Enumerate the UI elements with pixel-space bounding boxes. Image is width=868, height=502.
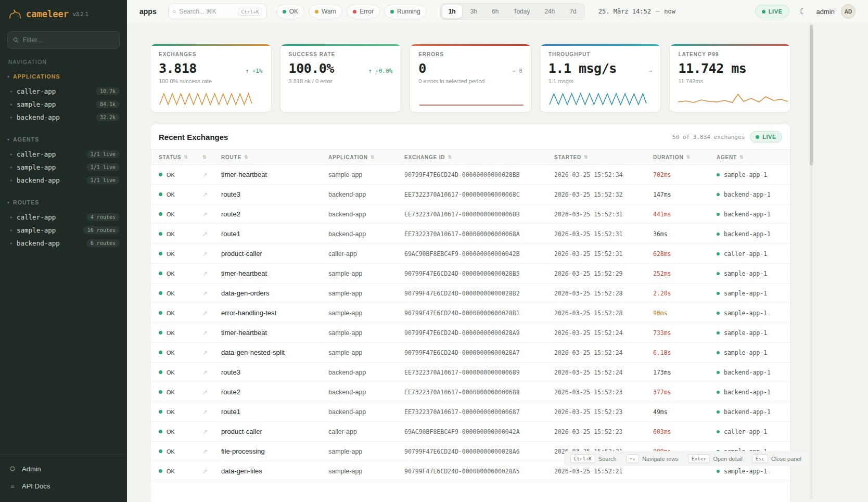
open-exchange-icon[interactable] <box>202 310 221 317</box>
status-filter-chip[interactable]: Error <box>347 5 380 18</box>
search-icon <box>173 9 176 15</box>
avatar[interactable]: AD <box>841 4 856 19</box>
scrollbar-thumb[interactable] <box>810 25 813 165</box>
status-filter-chip[interactable]: Running <box>384 5 427 18</box>
sidebar-item-badge: 4 routes <box>86 213 120 221</box>
application-cell: sample-app <box>328 171 404 178</box>
sidebar-item-route[interactable]: ▸ caller-app 4 routes <box>0 211 127 224</box>
open-exchange-icon[interactable] <box>202 290 221 297</box>
sidebar-item-agent[interactable]: ▸ caller-app 1/1 live <box>0 148 127 161</box>
open-exchange-icon[interactable] <box>202 211 221 218</box>
open-exchange-icon[interactable] <box>202 349 221 356</box>
footer-item-label: API Docs <box>22 482 50 490</box>
exchange-id-cell: 90799F47E6CD24D-00000000000028A7 <box>404 349 554 356</box>
table-row[interactable]: OK route2 backend-app EE7322370A10617-00… <box>150 204 790 224</box>
sort-icon[interactable]: ⇅ <box>584 155 588 160</box>
column-header-agent[interactable]: AGENT ⇅ <box>717 155 790 160</box>
sort-icon[interactable]: ⇅ <box>184 155 188 160</box>
sidebar-item-application[interactable]: ▸ caller-app 10.7k <box>0 85 127 98</box>
open-exchange-icon[interactable] <box>202 270 221 277</box>
started-cell: 2026-03-25 15:52:24 <box>554 349 653 356</box>
open-exchange-icon[interactable] <box>202 408 221 416</box>
sort-icon[interactable]: ⇅ <box>371 155 375 160</box>
section-label: ROUTES <box>13 199 39 205</box>
open-exchange-icon[interactable] <box>202 329 221 337</box>
sort-icon[interactable]: ⇅ <box>686 155 690 160</box>
table-row[interactable]: OK timer-heartbeat sample-app 90799F47E6… <box>150 165 790 185</box>
open-exchange-icon[interactable] <box>202 171 221 178</box>
time-range-button[interactable]: Today <box>506 5 537 18</box>
kbd-key: ↑↓ <box>626 454 639 463</box>
column-header-link[interactable]: ⇅ <box>202 155 221 160</box>
table-row[interactable]: OK error-handling-test sample-app 90799F… <box>150 303 790 323</box>
card-subtext: 0 errors in selected period <box>418 78 522 84</box>
table-row[interactable]: OK route3 backend-app EE7322370A10617-00… <box>150 185 790 204</box>
sort-icon[interactable]: ⇅ <box>739 155 744 160</box>
sort-icon[interactable]: ⇅ <box>202 155 207 160</box>
time-range-button[interactable]: 7d <box>563 5 583 18</box>
global-search-input[interactable] <box>180 8 235 15</box>
agent-status-dot <box>717 213 720 216</box>
sort-icon[interactable]: ⇅ <box>448 155 452 160</box>
agent-cell: backend-app-1 <box>717 230 790 238</box>
duration-cell: 90ms <box>653 310 717 317</box>
time-range-button[interactable]: 6h <box>485 5 505 18</box>
status-cell: OK <box>159 251 202 257</box>
table-row[interactable]: OK timer-heartbeat sample-app 90799F47E6… <box>150 323 790 343</box>
open-exchange-icon[interactable] <box>202 389 221 396</box>
section-head-agents[interactable]: ▾ AGENTS <box>0 136 127 143</box>
open-exchange-icon[interactable] <box>202 428 221 435</box>
time-range-button[interactable]: 1h <box>442 5 463 18</box>
duration-cell: 702ms <box>653 171 717 178</box>
sort-icon[interactable]: ⇅ <box>244 155 248 160</box>
agent-status-dot <box>717 331 720 334</box>
time-range-button[interactable]: 3h <box>464 5 484 18</box>
ok-status-dot <box>159 449 162 453</box>
table-row[interactable]: OK route1 backend-app EE7322370A10617-00… <box>150 224 790 244</box>
exchange-id-cell: EE7322370A10617-000000000000068B <box>404 211 554 218</box>
table-row[interactable]: OK data-gen-orders sample-app 90799F47E6… <box>150 284 790 303</box>
table-row[interactable]: OK product-caller caller-app 69AC90BF8EB… <box>150 422 790 442</box>
column-header-status[interactable]: STATUS ⇅ <box>159 155 202 160</box>
open-exchange-icon[interactable] <box>202 468 221 475</box>
panel-head: Recent Exchanges 50 of 3.834 exchanges L… <box>150 124 790 149</box>
open-exchange-icon[interactable] <box>202 191 221 198</box>
open-exchange-icon[interactable] <box>202 250 221 258</box>
theme-toggle-moon-icon[interactable]: ☾ <box>796 4 810 19</box>
column-header-started[interactable]: STARTED ⇅ <box>554 155 653 160</box>
table-row[interactable]: OK product-caller caller-app 69AC90BF8EB… <box>150 244 790 264</box>
column-header-application[interactable]: APPLICATION ⇅ <box>328 155 404 160</box>
table-row[interactable]: OK route2 backend-app EE7322370A10617-00… <box>150 382 790 402</box>
open-exchange-icon[interactable] <box>202 230 221 238</box>
sidebar-item-api-docs[interactable]: ≡ API Docs <box>0 478 127 495</box>
table-row[interactable]: OK data-gen-nested-split sample-app 9079… <box>150 343 790 363</box>
sidebar-item-admin[interactable]: ⛭ Admin <box>0 460 127 478</box>
status-filter-chip[interactable]: OK <box>276 5 304 18</box>
column-header-route[interactable]: ROUTE ⇅ <box>221 155 328 160</box>
open-exchange-icon[interactable] <box>202 369 221 376</box>
time-range-button[interactable]: 24h <box>538 5 561 18</box>
sidebar-item-agent[interactable]: ▸ backend-app 1/1 live <box>0 174 127 187</box>
global-search[interactable]: Ctrl+K <box>168 4 267 19</box>
ok-status-dot <box>159 173 162 176</box>
live-badge[interactable]: LIVE <box>755 5 789 18</box>
sidebar-item-route[interactable]: ▸ backend-app 6 routes <box>0 237 127 250</box>
scrollbar-track[interactable] <box>810 23 813 499</box>
column-header-exchange-id[interactable]: EXCHANGE ID ⇅ <box>404 155 554 160</box>
sidebar-filter[interactable] <box>7 31 120 49</box>
table-row[interactable]: OK route3 backend-app EE7322370A10617-00… <box>150 363 790 382</box>
sidebar-section-applications: ▾ APPLICATIONS ▸ caller-app 10.7k ▸ samp… <box>0 73 127 124</box>
table-row[interactable]: OK route1 backend-app EE7322370A10617-00… <box>150 402 790 422</box>
status-filter-chip[interactable]: Warn <box>309 5 342 18</box>
open-exchange-icon[interactable] <box>202 448 221 455</box>
status-cell: OK <box>159 172 202 178</box>
table-row[interactable]: OK timer-heartbeat sample-app 90799F47E6… <box>150 264 790 284</box>
sidebar-filter-input[interactable] <box>23 36 114 44</box>
section-head-routes[interactable]: ▾ ROUTES <box>0 199 127 205</box>
sidebar-item-agent[interactable]: ▸ sample-app 1/1 live <box>0 161 127 174</box>
sidebar-item-route[interactable]: ▸ sample-app 16 routes <box>0 224 127 237</box>
section-head-applications[interactable]: ▾ APPLICATIONS <box>0 73 127 80</box>
sidebar-item-application[interactable]: ▸ sample-app 84.1k <box>0 98 127 111</box>
column-header-duration[interactable]: DURATION ⇅ <box>653 155 717 160</box>
sidebar-item-application[interactable]: ▸ backend-app 32.2k <box>0 111 127 124</box>
